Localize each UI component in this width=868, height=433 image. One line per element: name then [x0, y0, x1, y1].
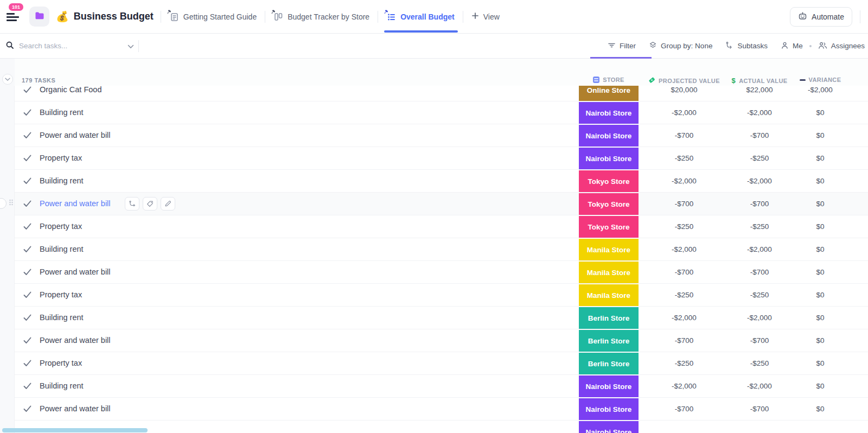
- task-name[interactable]: Building rent: [40, 245, 84, 253]
- task-name[interactable]: Property tax: [40, 290, 82, 299]
- variance-cell[interactable]: $0: [780, 109, 861, 117]
- projected-value-cell[interactable]: -$700: [643, 200, 725, 208]
- variance-cell[interactable]: $0: [780, 405, 861, 413]
- task-row[interactable]: Power and water bill Tokyo Store -$700 -…: [15, 193, 868, 215]
- projected-value-cell[interactable]: -$2,000: [643, 314, 725, 322]
- task-name[interactable]: Power and water bill: [40, 199, 111, 208]
- task-row[interactable]: Building rent Nairobi Store -$2,000 -$2,…: [15, 375, 868, 398]
- task-row[interactable]: Property tax Manila Store -$250 -$250 $0: [15, 284, 868, 307]
- task-complete-check-icon[interactable]: [23, 222, 31, 232]
- task-complete-check-icon[interactable]: [23, 359, 31, 369]
- task-complete-check-icon[interactable]: [23, 291, 31, 301]
- variance-cell[interactable]: $0: [780, 291, 861, 299]
- projected-value-cell[interactable]: -$700: [643, 336, 725, 345]
- column-header-store[interactable]: STORE: [579, 77, 639, 83]
- tab-overall-budget[interactable]: Overall Budget: [385, 10, 456, 24]
- task-complete-check-icon[interactable]: [23, 314, 31, 323]
- task-row[interactable]: Building rent Berlin Store -$2,000 -$2,0…: [15, 307, 868, 329]
- task-row[interactable]: Building rent Nairobi Store -$2,000 -$2,…: [15, 101, 868, 124]
- task-row[interactable]: Property tax Tokyo Store -$250 -$250 $0: [15, 215, 868, 238]
- task-name[interactable]: Property tax: [40, 222, 82, 231]
- task-row[interactable]: Building rent Tokyo Store -$2,000 -$2,00…: [15, 170, 868, 193]
- projected-value-cell[interactable]: -$250: [643, 291, 725, 299]
- variance-cell[interactable]: $0: [780, 177, 861, 185]
- store-badge[interactable]: Nairobi Store: [579, 421, 639, 433]
- task-complete-check-icon[interactable]: [23, 268, 31, 278]
- column-header-projected-value[interactable]: PROJECTED VALUE: [643, 77, 725, 85]
- projected-value-cell[interactable]: -$250: [643, 359, 725, 367]
- variance-cell[interactable]: $0: [780, 131, 861, 139]
- task-complete-check-icon[interactable]: [23, 200, 31, 209]
- subtasks-button[interactable]: Subtasks: [725, 41, 768, 51]
- projected-value-cell[interactable]: -$700: [643, 405, 725, 413]
- folder-button[interactable]: [29, 7, 49, 27]
- task-complete-check-icon[interactable]: [23, 86, 31, 95]
- group-by-button[interactable]: Group by: None: [649, 41, 712, 51]
- task-complete-check-icon[interactable]: [23, 382, 31, 392]
- task-complete-check-icon[interactable]: [23, 177, 31, 187]
- horizontal-scrollbar-thumb[interactable]: [2, 428, 148, 432]
- task-complete-check-icon[interactable]: [23, 109, 31, 118]
- variance-cell[interactable]: $0: [780, 336, 861, 345]
- task-name[interactable]: Property tax: [40, 154, 82, 162]
- me-filter-button[interactable]: Me: [781, 41, 803, 51]
- tab-budget-tracker-by-store[interactable]: Budget Tracker by Store: [272, 10, 371, 24]
- store-badge[interactable]: Nairobi Store: [579, 102, 639, 124]
- variance-cell[interactable]: -$2,000: [780, 86, 861, 94]
- task-name[interactable]: Power and water bill: [40, 131, 111, 139]
- store-badge[interactable]: Manila Store: [579, 262, 639, 283]
- chevron-down-icon[interactable]: [127, 41, 134, 51]
- variance-cell[interactable]: $0: [780, 382, 861, 390]
- store-badge[interactable]: Tokyo Store: [579, 170, 639, 192]
- task-row[interactable]: Power and water bill Berlin Store -$700 …: [15, 329, 868, 352]
- row-select-checkbox[interactable]: [0, 198, 7, 209]
- variance-cell[interactable]: $0: [780, 268, 861, 276]
- store-badge[interactable]: Berlin Store: [579, 353, 639, 374]
- task-name[interactable]: Power and water bill: [40, 404, 111, 413]
- tab-getting-started-guide[interactable]: Getting Started Guide: [168, 10, 258, 24]
- task-name[interactable]: Building rent: [40, 176, 84, 185]
- automate-button[interactable]: Automate: [790, 7, 852, 27]
- variance-cell[interactable]: $0: [780, 314, 861, 322]
- task-row[interactable]: Building rent Manila Store -$2,000 -$2,0…: [15, 238, 868, 261]
- store-badge[interactable]: Nairobi Store: [579, 148, 639, 169]
- task-row[interactable]: Power and water bill Manila Store -$700 …: [15, 261, 868, 284]
- store-badge[interactable]: Nairobi Store: [579, 398, 639, 420]
- variance-cell[interactable]: $0: [780, 154, 861, 162]
- store-badge[interactable]: Manila Store: [579, 239, 639, 260]
- add-tag-button[interactable]: [143, 197, 157, 211]
- projected-value-cell[interactable]: -$2,000: [643, 177, 725, 185]
- task-complete-check-icon[interactable]: [23, 131, 31, 141]
- task-name[interactable]: Power and water bill: [40, 336, 111, 345]
- store-badge[interactable]: Nairobi Store: [579, 125, 639, 147]
- projected-value-cell[interactable]: -$2,000: [643, 245, 725, 253]
- task-row[interactable]: Property tax Berlin Store -$250 -$250 $0: [15, 352, 868, 375]
- collapse-group-button[interactable]: [2, 74, 13, 85]
- projected-value-cell[interactable]: -$250: [643, 222, 725, 231]
- task-complete-check-icon[interactable]: [23, 336, 31, 346]
- projected-value-cell[interactable]: -$2,000: [643, 382, 725, 390]
- projected-value-cell[interactable]: -$250: [643, 154, 725, 162]
- variance-cell[interactable]: $0: [780, 200, 861, 208]
- rename-task-button[interactable]: [161, 197, 175, 211]
- task-name[interactable]: Power and water bill: [40, 268, 111, 276]
- task-row[interactable]: Power and water bill Nairobi Store -$700…: [15, 398, 868, 421]
- task-name[interactable]: Property tax: [40, 359, 82, 367]
- task-row[interactable]: Property tax Nairobi Store -$250 -$250 $…: [15, 147, 868, 170]
- store-badge[interactable]: Berlin Store: [579, 330, 639, 352]
- projected-value-cell[interactable]: -$2,000: [643, 109, 725, 117]
- add-view-button[interactable]: View: [470, 10, 501, 23]
- assignees-button[interactable]: Assignees: [818, 41, 865, 51]
- task-name[interactable]: Building rent: [40, 108, 84, 117]
- drag-handle-icon[interactable]: [9, 199, 14, 208]
- store-badge[interactable]: Nairobi Store: [579, 375, 639, 397]
- task-name[interactable]: Building rent: [40, 313, 84, 322]
- task-name[interactable]: Building rent: [40, 381, 84, 390]
- store-badge[interactable]: Berlin Store: [579, 307, 639, 329]
- store-badge[interactable]: Manila Store: [579, 284, 639, 306]
- projected-value-cell[interactable]: $20,000: [643, 86, 725, 94]
- add-subtask-button[interactable]: [125, 197, 139, 211]
- variance-cell[interactable]: $0: [780, 245, 861, 253]
- search-input[interactable]: Search tasks...: [5, 41, 138, 52]
- variance-cell[interactable]: $0: [780, 359, 861, 367]
